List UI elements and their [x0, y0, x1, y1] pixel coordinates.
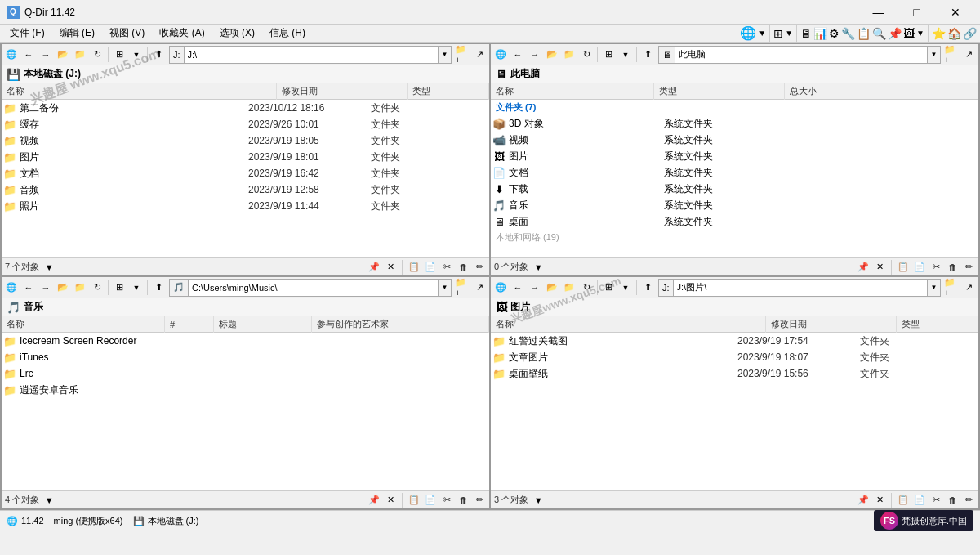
- col-bl-name[interactable]: 名称: [2, 316, 165, 333]
- col-bl-title[interactable]: 标题: [214, 316, 312, 333]
- pane-bl-back[interactable]: ←: [20, 280, 37, 296]
- toolbar-dropdown2-icon[interactable]: ▼: [785, 29, 793, 38]
- pane-tr-folder2[interactable]: 📁: [561, 47, 577, 63]
- menu-favorites[interactable]: 收藏夹 (A): [153, 25, 211, 42]
- pane-tr-dropdown[interactable]: ▼: [617, 47, 634, 63]
- menu-view[interactable]: 视图 (V): [103, 25, 151, 42]
- pane-bl-globe[interactable]: 🌐: [3, 280, 20, 296]
- pane-bl-paste[interactable]: 📄: [424, 494, 437, 507]
- pane-br-dropdown[interactable]: ▼: [617, 280, 634, 296]
- pane-tr-back[interactable]: ←: [510, 47, 526, 63]
- pane-tr-paste[interactable]: 📄: [913, 261, 926, 274]
- toolbar-icon3[interactable]: ⚙: [829, 27, 840, 40]
- pane-br-pin[interactable]: 📌: [857, 494, 870, 507]
- pane-tr-copy[interactable]: 📋: [897, 261, 910, 274]
- pane-tl-delete[interactable]: 🗑: [457, 261, 470, 274]
- pane-tl-addr-dropdown[interactable]: ▼: [438, 47, 451, 63]
- pane-tr-cut[interactable]: ✂: [929, 261, 942, 274]
- pane-br-expand[interactable]: ↗: [960, 280, 977, 296]
- pane-tl-grid[interactable]: ⊞: [111, 47, 127, 63]
- pane-br-up[interactable]: ⬆: [639, 280, 656, 296]
- col-tr-type[interactable]: 类型: [654, 83, 785, 100]
- pane-br-new-folder[interactable]: 📁+: [943, 280, 960, 296]
- pane-tr-refresh[interactable]: ↻: [578, 47, 595, 63]
- pane-bl-folder2[interactable]: 📁: [72, 280, 88, 296]
- pane-br-copy[interactable]: 📋: [897, 494, 910, 507]
- file-row[interactable]: 音频 2023/9/19 12:58 文件夹: [2, 181, 489, 198]
- pane-bl-folder1[interactable]: 📂: [55, 280, 71, 296]
- pane-tr-grid[interactable]: ⊞: [600, 47, 617, 63]
- pane-tr-pin[interactable]: 📌: [857, 261, 870, 274]
- pane-tl-dropdown[interactable]: ▼: [128, 47, 145, 63]
- pane-tl-up[interactable]: ⬆: [150, 47, 167, 63]
- maximize-button[interactable]: □: [898, 0, 935, 25]
- pane-bl-addr-input[interactable]: [189, 280, 438, 296]
- col-tl-date[interactable]: 修改日期: [277, 83, 408, 100]
- file-row[interactable]: 红警过关截图 2023/9/19 17:54 文件夹: [491, 333, 978, 349]
- file-row[interactable]: 图片 2023/9/19 18:01 文件夹: [2, 149, 489, 165]
- toolbar-icon7[interactable]: 📌: [888, 27, 902, 40]
- file-row[interactable]: 第二备份 2023/10/12 18:16 文件夹: [2, 100, 489, 116]
- pane-tl-copy[interactable]: 📋: [408, 261, 421, 274]
- pane-tl-close[interactable]: ✕: [384, 261, 397, 274]
- col-bl-artist[interactable]: 参与创作的艺术家: [312, 316, 489, 333]
- pane-bl-copy[interactable]: 📋: [408, 494, 421, 507]
- toolbar-icon2[interactable]: 📊: [813, 27, 827, 40]
- file-row[interactable]: 视频 2023/9/19 18:05 文件夹: [2, 132, 489, 149]
- col-br-type[interactable]: 类型: [897, 316, 978, 333]
- toolbar-icon4[interactable]: 🔧: [841, 27, 855, 40]
- menu-edit[interactable]: 编辑 (E): [53, 25, 101, 42]
- pane-br-globe[interactable]: 🌐: [492, 280, 509, 296]
- pane-tr-delete[interactable]: 🗑: [946, 261, 959, 274]
- pane-br-paste[interactable]: 📄: [913, 494, 926, 507]
- pane-tr-folder1[interactable]: 📂: [544, 47, 560, 63]
- toolbar-dropdown3-icon[interactable]: ▼: [916, 29, 924, 38]
- col-br-date[interactable]: 修改日期: [766, 316, 897, 333]
- pane-tl-fwd[interactable]: →: [38, 47, 54, 63]
- toolbar-dropdown-icon[interactable]: ▼: [758, 29, 766, 38]
- col-tl-type[interactable]: 类型: [408, 83, 489, 100]
- pane-tl-pin[interactable]: 📌: [368, 261, 381, 274]
- pane-tr-new-folder[interactable]: 📁+: [943, 47, 960, 63]
- file-row[interactable]: 桌面壁纸 2023/9/19 15:56 文件夹: [491, 365, 978, 382]
- pane-br-back[interactable]: ←: [510, 280, 526, 296]
- pane-bl-up[interactable]: ⬆: [150, 280, 167, 296]
- pane-tl-folder2[interactable]: 📁: [72, 47, 88, 63]
- pane-br-status-dropdown[interactable]: ▼: [532, 494, 545, 507]
- pane-bl-close[interactable]: ✕: [384, 494, 397, 507]
- pane-br-addr-dropdown[interactable]: ▼: [927, 280, 940, 296]
- file-row[interactable]: 🖼 图片 系统文件夹: [491, 148, 978, 164]
- pane-br-delete[interactable]: 🗑: [946, 494, 959, 507]
- toolbar-icon5[interactable]: 📋: [857, 27, 871, 40]
- toolbar-icon9[interactable]: ⭐: [932, 27, 946, 40]
- file-row[interactable]: 照片 2023/9/19 11:44 文件夹: [2, 198, 489, 214]
- pane-br-cut[interactable]: ✂: [929, 494, 942, 507]
- pane-tl-globe[interactable]: 🌐: [3, 47, 20, 63]
- pane-br-refresh[interactable]: ↻: [578, 280, 595, 296]
- pane-tl-refresh[interactable]: ↻: [89, 47, 105, 63]
- pane-br-fwd[interactable]: →: [527, 280, 543, 296]
- pane-tr-close[interactable]: ✕: [873, 261, 886, 274]
- pane-tl-rename[interactable]: ✏: [473, 261, 486, 274]
- pane-tr-addr-dropdown[interactable]: ▼: [927, 47, 940, 63]
- pane-tl-paste[interactable]: 📄: [424, 261, 437, 274]
- menu-options[interactable]: 选项 (X): [213, 25, 261, 42]
- col-tl-name[interactable]: 名称: [2, 83, 277, 100]
- pane-br-rename[interactable]: ✏: [962, 494, 975, 507]
- pane-tr-globe[interactable]: 🌐: [492, 47, 509, 63]
- pane-tl-expand[interactable]: ↗: [471, 47, 488, 63]
- pane-tr-expand[interactable]: ↗: [960, 47, 977, 63]
- pane-tl-cut[interactable]: ✂: [440, 261, 453, 274]
- toolbar-icon1[interactable]: 🖥: [800, 27, 812, 40]
- file-row[interactable]: Lrc: [2, 365, 489, 382]
- toolbar-icon11[interactable]: 🔗: [963, 27, 977, 40]
- file-row[interactable]: 🎵 音乐 系统文件夹: [491, 197, 978, 213]
- pane-bl-rename[interactable]: ✏: [473, 494, 486, 507]
- pane-bl-addr-dropdown[interactable]: ▼: [438, 280, 451, 296]
- pane-bl-cut[interactable]: ✂: [440, 494, 453, 507]
- pane-bl-new-folder[interactable]: 📁+: [454, 280, 470, 296]
- file-row[interactable]: 文档 2023/9/19 16:42 文件夹: [2, 165, 489, 181]
- file-row[interactable]: 文章图片 2023/9/19 18:07 文件夹: [491, 349, 978, 365]
- pane-tr-fwd[interactable]: →: [527, 47, 543, 63]
- pane-br-folder1[interactable]: 📂: [544, 280, 560, 296]
